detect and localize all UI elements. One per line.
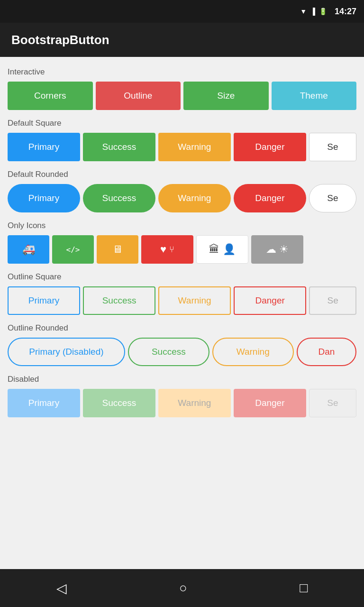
danger-rounded-button[interactable]: Danger: [234, 184, 306, 212]
outline-primary-button[interactable]: Primary: [8, 286, 80, 315]
disabled-secondary-button[interactable]: Se: [309, 389, 356, 417]
default-rounded-label: Default Rounded: [8, 170, 356, 179]
outline-secondary-button[interactable]: Se: [309, 286, 356, 315]
outline-rounded-primary-disabled-button[interactable]: Primary (Disabled): [8, 338, 125, 366]
outline-square-label: Outline Square: [8, 272, 356, 282]
outline-danger-button[interactable]: Danger: [234, 286, 306, 315]
success-square-button[interactable]: Success: [83, 133, 155, 161]
disabled-danger-button[interactable]: Danger: [234, 389, 306, 417]
cloud-sun-icon-button[interactable]: ☁ ☀: [251, 235, 303, 264]
battery-icon: 🔋: [319, 8, 327, 15]
bottom-nav: ◁ ○ □: [0, 569, 364, 607]
outline-rounded-label: Outline Rounded: [8, 323, 356, 333]
app-title: BootstrapButton: [11, 33, 109, 47]
recents-icon: □: [300, 580, 308, 596]
outline-rounded-warning-button[interactable]: Warning: [212, 338, 294, 366]
sun-icon: ☀: [279, 243, 289, 256]
outline-rounded-row: Primary (Disabled) Success Warning Dan: [8, 338, 356, 366]
code-icon-button[interactable]: </>: [52, 235, 94, 264]
laptop-icon-button[interactable]: 🖥: [97, 235, 138, 264]
only-icons-label: Only Icons: [8, 221, 356, 230]
only-icons-row: 🚑 </> 🖥 ♥ ⑂ 🏛 👤 ☁ ☀: [8, 235, 356, 264]
app-bar: BootstrapButton: [0, 23, 364, 57]
outline-square-row: Primary Success Warning Danger Se: [8, 286, 356, 315]
size-button[interactable]: Size: [183, 82, 269, 110]
wifi-icon: ▼: [300, 8, 307, 15]
back-button[interactable]: ◁: [56, 580, 67, 596]
outline-success-button[interactable]: Success: [83, 286, 155, 315]
default-square-row: Primary Success Warning Danger Se: [8, 133, 356, 161]
warning-rounded-button[interactable]: Warning: [158, 184, 231, 212]
signal-icon: ▐: [310, 8, 315, 15]
github-icon: ⑂: [169, 245, 174, 255]
outline-rounded-success-button[interactable]: Success: [128, 338, 209, 366]
heart-github-icon-button[interactable]: ♥ ⑂: [141, 235, 193, 264]
laptop-icon: 🖥: [112, 243, 123, 256]
interactive-label: Interactive: [8, 67, 356, 77]
disabled-primary-button[interactable]: Primary: [8, 389, 80, 417]
disabled-success-button[interactable]: Success: [83, 389, 155, 417]
disabled-warning-button[interactable]: Warning: [158, 389, 231, 417]
bank-user-icon-button[interactable]: 🏛 👤: [196, 235, 248, 264]
status-time: 14:27: [335, 7, 356, 17]
disabled-row: Primary Success Warning Danger Se: [8, 389, 356, 417]
home-button[interactable]: ○: [179, 580, 187, 596]
default-rounded-row: Primary Success Warning Danger Se: [8, 184, 356, 212]
home-icon: ○: [179, 580, 187, 596]
heart-icon: ♥: [160, 243, 166, 256]
ambulance-icon: 🚑: [22, 243, 35, 256]
disabled-label: Disabled: [8, 375, 356, 384]
danger-square-button[interactable]: Danger: [234, 133, 306, 161]
success-rounded-button[interactable]: Success: [83, 184, 155, 212]
default-square-label: Default Square: [8, 119, 356, 128]
primary-square-button[interactable]: Primary: [8, 133, 80, 161]
ambulance-icon-button[interactable]: 🚑: [8, 235, 49, 264]
primary-rounded-button[interactable]: Primary: [8, 184, 80, 212]
bank-icon: 🏛: [209, 243, 219, 256]
theme-button[interactable]: Theme: [272, 82, 357, 110]
interactive-button-row: Corners Outline Size Theme: [8, 82, 356, 110]
status-bar: ▼ ▐ 🔋 14:27: [0, 0, 364, 23]
cloud-icon: ☁: [266, 243, 276, 256]
outline-tab-button[interactable]: Outline: [96, 82, 181, 110]
secondary-rounded-button[interactable]: Se: [309, 184, 356, 212]
warning-square-button[interactable]: Warning: [158, 133, 231, 161]
content-area: Interactive Corners Outline Size Theme D…: [0, 57, 364, 569]
secondary-square-button[interactable]: Se: [309, 133, 356, 161]
outline-rounded-danger-button[interactable]: Dan: [297, 338, 356, 366]
code-icon: </>: [66, 245, 80, 254]
recents-button[interactable]: □: [300, 580, 308, 596]
back-icon: ◁: [56, 580, 67, 596]
outline-warning-button[interactable]: Warning: [158, 286, 231, 315]
user-icon: 👤: [223, 243, 236, 256]
corners-button[interactable]: Corners: [8, 82, 93, 110]
